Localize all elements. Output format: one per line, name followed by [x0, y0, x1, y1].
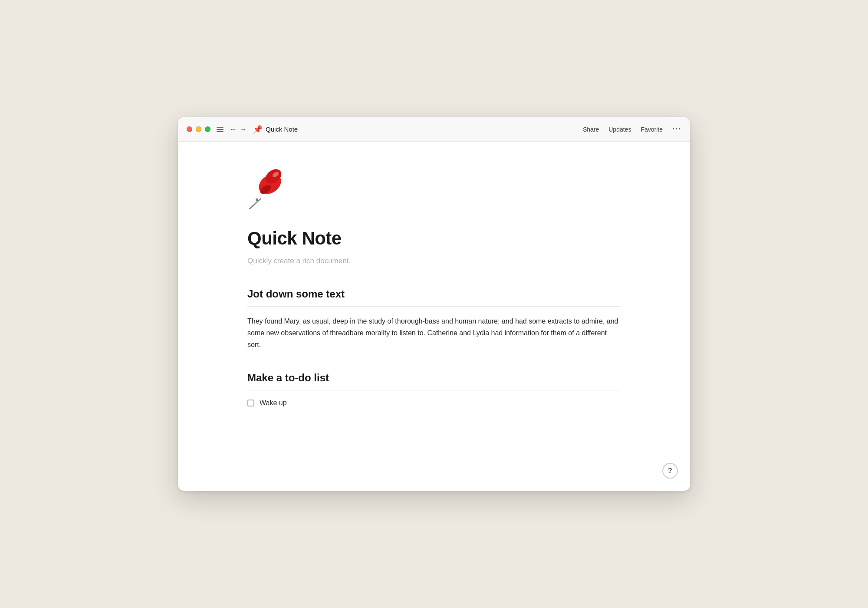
section-divider-1	[247, 306, 621, 307]
svg-point-5	[256, 198, 258, 201]
page-icon	[247, 168, 621, 215]
todo-checkbox[interactable]	[247, 400, 254, 406]
section-todo: Make a to-do list Wake up	[247, 372, 621, 407]
nav-arrows: ← →	[230, 126, 247, 133]
hamburger-menu-icon[interactable]	[217, 127, 224, 132]
share-button[interactable]: Share	[583, 126, 599, 133]
todo-item-label: Wake up	[260, 399, 287, 407]
help-button[interactable]: ?	[662, 463, 678, 479]
titlebar-left: ← → 📌 Quick Note	[187, 125, 298, 134]
close-button[interactable]	[187, 126, 192, 132]
back-button[interactable]: ←	[230, 126, 237, 133]
app-window: ← → 📌 Quick Note Share Updates Favorite …	[178, 117, 690, 491]
page-subtitle: Quickly create a rich document.	[247, 257, 621, 265]
section-jot-text: Jot down some text They found Mary, as u…	[247, 288, 621, 351]
section-divider-2	[247, 390, 621, 390]
section-jot-body: They found Mary, as usual, deep in the s…	[247, 315, 621, 351]
page-title: Quick Note	[247, 228, 621, 249]
titlebar-right: Share Updates Favorite ···	[583, 125, 681, 134]
section-todo-heading: Make a to-do list	[247, 372, 621, 384]
forward-button[interactable]: →	[240, 126, 247, 133]
title-area: 📌 Quick Note	[253, 125, 298, 134]
traffic-lights	[187, 126, 210, 132]
more-options-button[interactable]: ···	[672, 125, 681, 134]
updates-button[interactable]: Updates	[608, 126, 631, 133]
favorite-button[interactable]: Favorite	[641, 126, 663, 133]
todo-item: Wake up	[247, 399, 621, 407]
section-jot-heading: Jot down some text	[247, 288, 621, 300]
pin-icon: 📌	[253, 125, 263, 134]
maximize-button[interactable]	[205, 126, 210, 132]
minimize-button[interactable]	[196, 126, 201, 132]
titlebar: ← → 📌 Quick Note Share Updates Favorite …	[178, 117, 690, 142]
svg-line-0	[250, 199, 260, 209]
main-content: Quick Note Quickly create a rich documen…	[178, 142, 690, 491]
window-title: Quick Note	[266, 126, 298, 133]
